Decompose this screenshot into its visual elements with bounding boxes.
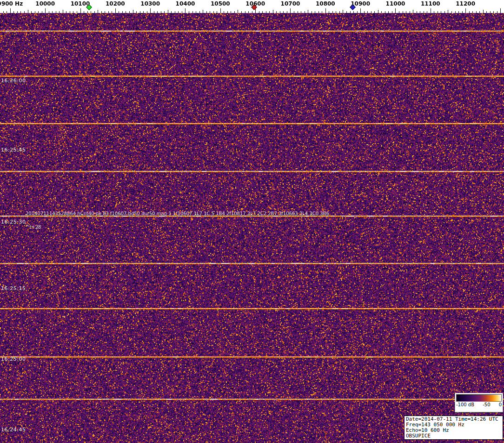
freq-tick-label: 10000	[35, 0, 55, 7]
station-info-box: Date=2014-07-11 Time=14:26 UTC Freq=143 …	[404, 416, 503, 440]
colorbar-legend: -100 dB -50 0	[455, 393, 503, 412]
freq-tick-label: 10300	[140, 0, 160, 7]
freq-tick-label: 11100	[421, 0, 440, 7]
freq-tick-label: 11000	[386, 0, 405, 7]
freq-tick-label: 11200	[456, 0, 475, 7]
waterfall-app: 9900 Hz100001010010200103001040010500106…	[0, 0, 504, 443]
freq-tick-label: 9900 Hz	[0, 0, 23, 7]
freq-tick-label: 10700	[281, 0, 300, 7]
colorbar-label-max: 0	[499, 402, 502, 408]
colorbar-gradient	[456, 394, 502, 402]
colorbar-label-mid: -50	[483, 402, 490, 408]
frequency-ruler[interactable]: 9900 Hz100001010010200103001040010500106…	[0, 0, 504, 13]
freq-tick-label: 10400	[176, 0, 195, 7]
colorbar-labels: -100 dB -50 0	[456, 402, 502, 408]
freq-tick-label: 10800	[316, 0, 335, 7]
colorbar-label-min: -100 dB	[456, 402, 474, 408]
spectrogram-canvas[interactable]	[0, 13, 504, 443]
info-line-station: OBSUPICE	[406, 433, 501, 439]
freq-tick-label: 10500	[211, 0, 230, 7]
freq-tick-label: 10200	[106, 0, 125, 7]
